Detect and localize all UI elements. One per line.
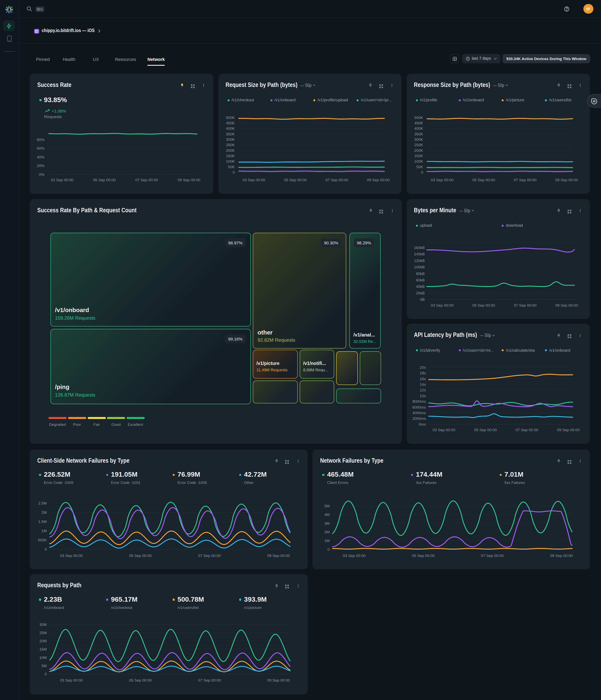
svg-text:09 Sep 00:00: 09 Sep 00:00	[555, 178, 578, 182]
svg-text:05 Sep 00:00: 05 Sep 00:00	[412, 553, 434, 557]
svg-text:4M: 4M	[324, 512, 329, 517]
svg-text:300K: 300K	[226, 137, 235, 142]
svg-text:07 Sep 00:00: 07 Sep 00:00	[481, 553, 504, 557]
svg-text:60%: 60%	[37, 146, 45, 150]
svg-text:09 Sep 00:00: 09 Sep 00:00	[555, 303, 578, 307]
svg-text:20%: 20%	[37, 164, 45, 168]
svg-text:300K: 300K	[414, 137, 423, 142]
svg-text:2M: 2M	[324, 530, 329, 534]
svg-text:03 Sep 00:00: 03 Sep 00:00	[60, 678, 82, 682]
svg-text:09 Sep 00:00: 09 Sep 00:00	[550, 553, 573, 557]
svg-text:0: 0	[45, 672, 47, 676]
svg-text:1M: 1M	[324, 539, 329, 543]
svg-text:05 Sep 00:00: 05 Sep 00:00	[472, 178, 495, 182]
svg-text:3M: 3M	[324, 521, 329, 525]
svg-text:18s: 18s	[420, 371, 426, 375]
svg-text:07 Sep 00:00: 07 Sep 00:00	[514, 178, 536, 182]
svg-text:2000ms: 2000ms	[412, 417, 426, 421]
svg-text:30M: 30M	[39, 623, 47, 627]
svg-text:6000ms: 6000ms	[412, 405, 426, 409]
svg-text:07 Sep 00:00: 07 Sep 00:00	[325, 178, 348, 182]
svg-text:07 Sep 00:00: 07 Sep 00:00	[135, 178, 158, 182]
svg-text:20s: 20s	[420, 365, 426, 370]
svg-text:400K: 400K	[414, 126, 423, 130]
svg-text:03 Sep 00:00: 03 Sep 00:00	[431, 303, 453, 307]
svg-text:14s: 14s	[420, 382, 426, 386]
svg-text:5M: 5M	[42, 664, 47, 668]
svg-text:09 Sep 00:00: 09 Sep 00:00	[557, 428, 579, 432]
svg-text:100K: 100K	[414, 159, 423, 163]
svg-text:2M: 2M	[42, 510, 47, 514]
svg-text:20kB: 20kB	[416, 291, 425, 295]
svg-text:03 Sep 00:00: 03 Sep 00:00	[432, 428, 455, 432]
svg-text:05 Sep 00:00: 05 Sep 00:00	[129, 553, 152, 557]
svg-text:150K: 150K	[226, 154, 235, 158]
svg-text:120kB: 120kB	[414, 258, 425, 262]
svg-text:07 Sep 00:00: 07 Sep 00:00	[514, 303, 536, 307]
svg-text:100K: 100K	[226, 159, 235, 163]
svg-text:0: 0	[232, 170, 234, 174]
svg-text:05 Sep 00:00: 05 Sep 00:00	[472, 303, 495, 307]
svg-text:250K: 250K	[414, 143, 423, 147]
svg-text:0%: 0%	[39, 172, 45, 176]
svg-text:350K: 350K	[414, 132, 423, 136]
svg-text:500K: 500K	[226, 115, 235, 120]
svg-text:250K: 250K	[226, 143, 235, 147]
svg-text:03 Sep 00:00: 03 Sep 00:00	[343, 553, 366, 557]
svg-text:500K: 500K	[38, 538, 47, 542]
svg-text:2.5M: 2.5M	[38, 501, 47, 505]
svg-text:10M: 10M	[39, 655, 47, 660]
svg-text:05 Sep 00:00: 05 Sep 00:00	[284, 178, 306, 182]
svg-text:50K: 50K	[228, 165, 234, 169]
svg-text:4000ms: 4000ms	[412, 411, 426, 415]
svg-text:150K: 150K	[414, 154, 423, 158]
svg-text:12s: 12s	[420, 388, 426, 392]
svg-text:03 Sep 00:00: 03 Sep 00:00	[431, 178, 453, 182]
svg-text:40%: 40%	[37, 155, 45, 159]
svg-text:05 Sep 00:00: 05 Sep 00:00	[129, 678, 152, 682]
svg-text:09 Sep 00:00: 09 Sep 00:00	[267, 678, 290, 682]
svg-text:0: 0	[45, 547, 47, 551]
svg-text:03 Sep 00:00: 03 Sep 00:00	[51, 178, 73, 182]
svg-text:07 Sep 00:00: 07 Sep 00:00	[198, 678, 221, 682]
svg-text:07 Sep 00:00: 07 Sep 00:00	[515, 428, 538, 432]
svg-text:10s: 10s	[420, 394, 426, 398]
svg-text:200K: 200K	[226, 148, 235, 152]
svg-text:350K: 350K	[226, 132, 235, 136]
svg-text:100kB: 100kB	[414, 265, 425, 269]
svg-text:500K: 500K	[414, 115, 423, 120]
svg-text:8000ms: 8000ms	[412, 399, 426, 404]
svg-text:60kB: 60kB	[416, 278, 425, 282]
svg-text:1M: 1M	[42, 529, 47, 533]
svg-text:80kB: 80kB	[416, 271, 425, 276]
svg-text:400K: 400K	[226, 126, 235, 130]
svg-text:1.5M: 1.5M	[38, 519, 47, 524]
svg-text:16s: 16s	[420, 377, 426, 381]
svg-text:09 Sep 00:00: 09 Sep 00:00	[367, 178, 390, 182]
svg-text:09 Sep 00:00: 09 Sep 00:00	[177, 178, 200, 182]
svg-text:40kB: 40kB	[416, 284, 425, 289]
svg-text:450K: 450K	[226, 121, 235, 125]
svg-text:160kB: 160kB	[414, 245, 425, 250]
svg-text:0B: 0B	[420, 297, 425, 301]
svg-text:140kB: 140kB	[414, 252, 425, 256]
svg-text:09 Sep 00:00: 09 Sep 00:00	[267, 553, 290, 557]
svg-text:05 Sep 00:00: 05 Sep 00:00	[474, 428, 496, 432]
svg-text:20M: 20M	[39, 639, 47, 643]
svg-text:200K: 200K	[414, 148, 423, 152]
svg-text:0ms: 0ms	[419, 422, 426, 426]
svg-text:450K: 450K	[414, 121, 423, 125]
svg-text:50K: 50K	[416, 165, 423, 169]
svg-text:03 Sep 00:00: 03 Sep 00:00	[243, 178, 265, 182]
svg-text:07 Sep 00:00: 07 Sep 00:00	[198, 553, 221, 557]
svg-text:80%: 80%	[37, 138, 45, 142]
svg-text:05 Sep 00:00: 05 Sep 00:00	[93, 178, 116, 182]
svg-text:0: 0	[328, 547, 330, 551]
svg-text:25M: 25M	[39, 631, 47, 635]
svg-text:03 Sep 00:00: 03 Sep 00:00	[60, 553, 82, 557]
svg-text:15M: 15M	[39, 647, 47, 651]
svg-text:0: 0	[421, 170, 423, 174]
svg-text:5M: 5M	[324, 504, 329, 508]
